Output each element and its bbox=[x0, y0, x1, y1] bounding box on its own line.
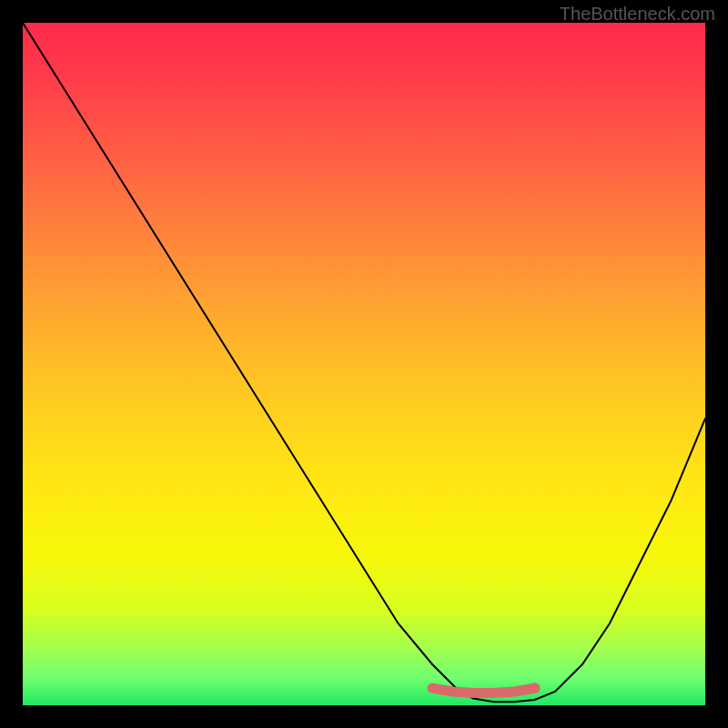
chart-svg bbox=[23, 23, 705, 705]
marker-end-dot bbox=[530, 682, 541, 693]
flat-marker-path bbox=[432, 688, 535, 693]
plot-area bbox=[23, 23, 705, 705]
watermark-text: TheBottleneck.com bbox=[560, 4, 715, 25]
bottleneck-curve-path bbox=[23, 23, 705, 702]
